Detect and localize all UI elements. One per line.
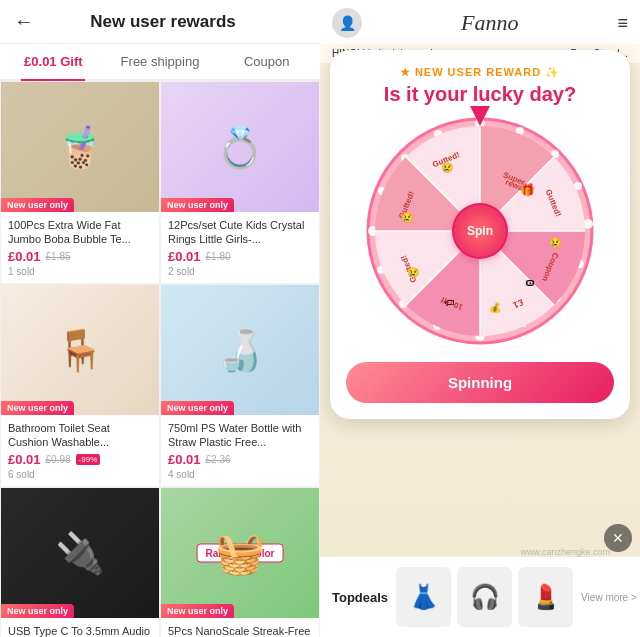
price-original: £1.85 [46,251,71,262]
close-button[interactable]: ✕ [604,524,632,552]
product-card[interactable]: New user only 12Pcs/set Cute Kids Crysta… [160,81,320,284]
view-more-link[interactable]: View more > [581,592,637,603]
topdeals-label: Topdeals [332,590,388,605]
topdeals-item[interactable]: 💄 [518,567,573,627]
topdeals-items: 👗 🎧 💄 [396,567,573,627]
product-image: New user only [1,285,159,415]
price-current: £0.01 [8,249,41,264]
close-icon: ✕ [612,530,624,546]
new-user-badge: New user only [161,604,234,618]
new-user-badge: New user only [1,198,74,212]
product-name: 100Pcs Extra Wide Fat Jumbo Boba Bubble … [8,218,152,246]
fanno-logo: Fanno [461,10,518,36]
product-image: New user only [1,82,159,212]
svg-text:😢: 😢 [441,161,454,174]
topdeals-bar: Topdeals 👗 🎧 💄 View more > [320,557,640,637]
sold-count: 1 sold [8,266,152,277]
lucky-wheel-overlay: ★ NEW USER REWARD ✨ Is it your lucky day… [330,50,630,419]
random-color-badge: Random Color [197,544,284,563]
product-card[interactable]: New user only USB Type C To 3.5mm Audio … [0,487,160,637]
price-current: £0.01 [8,452,41,467]
tab-coupon[interactable]: Coupon [213,44,320,79]
new-user-badge: New user only [1,401,74,415]
svg-text:🎁: 🎁 [520,182,535,197]
product-card[interactable]: New user only 100Pcs Extra Wide Fat Jumb… [0,81,160,284]
product-info: 750ml PS Water Bottle with Straw Plastic… [161,415,319,486]
topdeals-item[interactable]: 🎧 [457,567,512,627]
price-current: £0.01 [168,452,201,467]
product-image: Random Color New user only [161,488,319,618]
product-info: 100Pcs Extra Wide Fat Jumbo Boba Bubble … [1,212,159,283]
price-original: £0.98 [46,454,71,465]
svg-text:😢: 😢 [549,236,562,249]
spinning-button[interactable]: Spinning [346,362,614,403]
product-name: USB Type C To 3.5mm Audio AUX Headphone.… [8,624,152,637]
wheel-arrow [470,106,490,126]
page-header: ← New user rewards [0,0,320,44]
new-user-badge: New user only [1,604,74,618]
tab-free-shipping[interactable]: Free shipping [107,44,214,79]
price-original: £1.80 [206,251,231,262]
product-info: 5Pcs NanoScale Streak-Free Miracle Polis… [161,618,319,637]
price-row: £0.01 £0.98 -99% [8,452,152,467]
back-icon[interactable]: ← [14,10,34,33]
price-original: £2.36 [206,454,231,465]
new-user-badge: New user only [161,401,234,415]
product-image: New user only [161,285,319,415]
avatar: 👤 [332,8,362,38]
product-card[interactable]: New user only 750ml PS Water Bottle with… [160,284,320,487]
product-info: 12Pcs/set Cute Kids Crystal Rings Little… [161,212,319,283]
product-card[interactable]: New user only Bathroom Toilet Seat Cushi… [0,284,160,487]
product-image: New user only [1,488,159,618]
product-name: Bathroom Toilet Seat Cushion Washable... [8,421,152,449]
discount-badge: -99% [76,454,101,465]
lucky-subtitle: ★ NEW USER REWARD ✨ [346,66,614,79]
price-row: £0.01 £1.80 [168,249,312,264]
product-name: 5Pcs NanoScale Streak-Free Miracle Polis… [168,624,312,637]
lucky-header: ★ NEW USER REWARD ✨ Is it your lucky day… [346,66,614,106]
fanno-header: 👤 Fanno ≡ [320,0,640,46]
product-name: 12Pcs/set Cute Kids Crystal Rings Little… [168,218,312,246]
product-card[interactable]: Random Color New user only 5Pcs NanoScal… [160,487,320,637]
wheel-container: Super reward Gutted! Coupon £1 10 Off Gu… [365,116,595,346]
watermark: www.canzhengke.com [520,547,610,557]
page-title: New user rewards [44,12,282,32]
sold-count: 2 sold [168,266,312,277]
product-name: 750ml PS Water Bottle with Straw Plastic… [168,421,312,449]
tabs-bar: £0.01 Gift Free shipping Coupon [0,44,320,81]
svg-text:😢: 😢 [401,211,414,224]
right-panel: 👤 Fanno ≡ HINGI Limited time only Free S… [320,0,640,637]
price-row: £0.01 £2.36 [168,452,312,467]
new-user-badge: New user only [161,198,234,212]
sold-count: 4 sold [168,469,312,480]
products-grid: New user only 100Pcs Extra Wide Fat Jumb… [0,81,320,637]
tab-gift[interactable]: £0.01 Gift [0,44,107,79]
sold-count: 6 sold [8,469,152,480]
lucky-title: Is it your lucky day? [346,83,614,106]
price-row: £0.01 £1.85 [8,249,152,264]
left-panel: ← New user rewards £0.01 Gift Free shipp… [0,0,320,637]
spin-button[interactable]: Spin [454,205,506,257]
topdeals-item[interactable]: 👗 [396,567,451,627]
svg-text:🏷: 🏷 [445,297,455,308]
price-current: £0.01 [168,249,201,264]
svg-text:💰: 💰 [489,301,502,314]
product-image: New user only [161,82,319,212]
product-info: USB Type C To 3.5mm Audio AUX Headphone.… [1,618,159,637]
svg-text:😢: 😢 [407,266,420,279]
svg-text:🎟: 🎟 [525,277,535,288]
menu-icon[interactable]: ≡ [617,13,628,34]
product-info: Bathroom Toilet Seat Cushion Washable...… [1,415,159,486]
